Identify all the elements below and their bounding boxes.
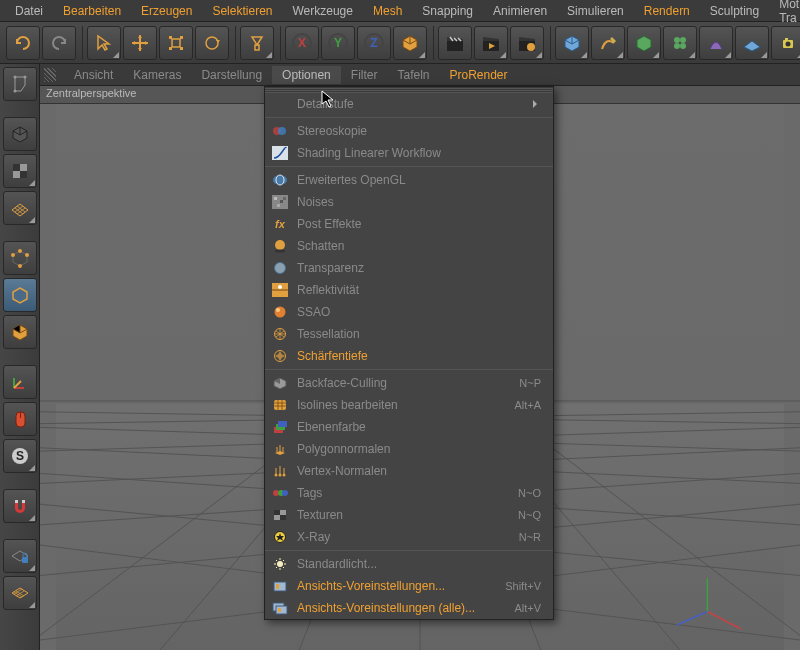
menu-xray[interactable]: X-Ray N~R: [265, 526, 553, 548]
menu-isolines[interactable]: Isolines bearbeiten Alt+A: [265, 394, 553, 416]
select-tool[interactable]: [87, 26, 121, 60]
menu-tessellation[interactable]: Tessellation: [265, 323, 553, 345]
workplane-mode-button[interactable]: [3, 191, 37, 225]
workplane-orange-icon: [9, 582, 31, 604]
menu-texturen[interactable]: Texturen N~Q: [265, 504, 553, 526]
menu-rendern[interactable]: Rendern: [635, 2, 699, 20]
view-menu-ansicht[interactable]: Ansicht: [64, 66, 123, 84]
menu-detailstufe[interactable]: Detailstufe: [265, 93, 553, 115]
points-icon: [9, 247, 31, 269]
svg-point-25: [24, 76, 27, 79]
redo-icon: [48, 32, 70, 54]
polygon-mode-button[interactable]: [3, 315, 37, 349]
menu-selektieren[interactable]: Selektieren: [203, 2, 281, 20]
axis-y-lock[interactable]: Y: [321, 26, 355, 60]
menu-transparenz[interactable]: Transparenz: [265, 257, 553, 279]
svg-rect-2: [180, 36, 183, 39]
axis-mode-button[interactable]: [3, 365, 37, 399]
generator-button[interactable]: [627, 26, 661, 60]
spline-button[interactable]: [591, 26, 625, 60]
menu-ansichts-voreinstellungen-alle[interactable]: Ansichts-Voreinstellungen (alle)... Alt+…: [265, 597, 553, 619]
menu-schaerfentiefe[interactable]: Schärfentiefe: [265, 345, 553, 367]
axis-x-lock[interactable]: X: [285, 26, 319, 60]
menu-ebenenfarbe[interactable]: Ebenenfarbe: [265, 416, 553, 438]
menu-werkzeuge[interactable]: Werkzeuge: [283, 2, 361, 20]
menu-ssao[interactable]: SSAO: [265, 301, 553, 323]
axis-gizmo-icon: [9, 371, 31, 393]
menu-sculpting[interactable]: Sculpting: [701, 2, 768, 20]
viewport-solo-button[interactable]: S: [3, 439, 37, 473]
view-menu-optionen[interactable]: Optionen: [272, 66, 341, 84]
last-tool[interactable]: [240, 26, 274, 60]
edge-mode-button[interactable]: [3, 278, 37, 312]
deformers2-button[interactable]: [699, 26, 733, 60]
view-menu-kameras[interactable]: Kameras: [123, 66, 191, 84]
texture-mode-button[interactable]: [3, 154, 37, 188]
tessellation-icon: [271, 326, 289, 342]
shortcut-label: N~P: [519, 377, 541, 389]
locked-workplane-button[interactable]: [3, 576, 37, 610]
point-mode-button[interactable]: [3, 241, 37, 275]
axis-z-lock[interactable]: Z: [357, 26, 391, 60]
menu-datei[interactable]: Datei: [6, 2, 52, 20]
menu-motion-tracker[interactable]: Motion Tra: [770, 0, 800, 27]
snap-button[interactable]: [3, 489, 37, 523]
menu-noises[interactable]: Noises: [265, 191, 553, 213]
menu-tags[interactable]: Tags N~O: [265, 482, 553, 504]
ssao-sphere-icon: [271, 304, 289, 320]
environment-button[interactable]: [735, 26, 769, 60]
svg-rect-117: [276, 606, 287, 614]
menu-stereoskopie[interactable]: Stereoskopie: [265, 120, 553, 142]
nurbs-icon: [633, 32, 655, 54]
menu-schatten[interactable]: Schatten: [265, 235, 553, 257]
menu-backface-culling[interactable]: Backface-Culling N~P: [265, 372, 553, 394]
menu-reflektivitaet[interactable]: Reflektivität: [265, 279, 553, 301]
render-view-button[interactable]: [438, 26, 472, 60]
deformer-button[interactable]: [663, 26, 697, 60]
menu-simulieren[interactable]: Simulieren: [558, 2, 633, 20]
menu-vertex-normalen[interactable]: Vertex-Normalen: [265, 460, 553, 482]
rotate-tool[interactable]: [195, 26, 229, 60]
view-menu-tafeln[interactable]: Tafeln: [387, 66, 439, 84]
redo-button[interactable]: [42, 26, 76, 60]
view-menu-prorender[interactable]: ProRender: [440, 66, 518, 84]
view-menu-darstellung[interactable]: Darstellung: [191, 66, 272, 84]
svg-point-24: [14, 76, 17, 79]
svg-line-110: [276, 560, 277, 561]
render-pv-button[interactable]: [474, 26, 508, 60]
optionen-dropdown: Detailstufe Stereoskopie Shading Lineare…: [264, 86, 554, 620]
svg-rect-13: [447, 41, 463, 51]
menu-bearbeiten[interactable]: Bearbeiten: [54, 2, 130, 20]
main-menubar: Datei Bearbeiten Erzeugen Selektieren We…: [0, 0, 800, 22]
menu-erzeugen[interactable]: Erzeugen: [132, 2, 201, 20]
scale-tool[interactable]: [159, 26, 193, 60]
primitive-button[interactable]: [555, 26, 589, 60]
menu-snapping[interactable]: Snapping: [413, 2, 482, 20]
tweak-mode-button[interactable]: [3, 402, 37, 436]
grip-icon[interactable]: [44, 68, 56, 82]
undo-button[interactable]: [6, 26, 40, 60]
svg-point-105: [277, 561, 283, 567]
move-icon: [129, 32, 151, 54]
workplane-snap-button[interactable]: [3, 539, 37, 573]
menu-shading-linear-workflow[interactable]: Shading Linearer Workflow: [265, 142, 553, 164]
model-mode-button[interactable]: [3, 117, 37, 151]
menu-mesh[interactable]: Mesh: [364, 2, 411, 20]
camera-button[interactable]: [771, 26, 800, 60]
move-tool[interactable]: [123, 26, 157, 60]
cube-axis-icon: [399, 32, 421, 54]
menu-ansichts-voreinstellungen[interactable]: Ansichts-Voreinstellungen... Shift+V: [265, 575, 553, 597]
menu-post-effekte[interactable]: fx Post Effekte: [265, 213, 553, 235]
view-menu-filter[interactable]: Filter: [341, 66, 388, 84]
viewport-menubar: Ansicht Kameras Darstellung Optionen Fil…: [40, 64, 800, 86]
svg-point-18: [680, 37, 686, 43]
menu-animieren[interactable]: Animieren: [484, 2, 556, 20]
menu-standardlicht[interactable]: Standardlicht...: [265, 553, 553, 575]
menu-erweitertes-opengl[interactable]: Erweitertes OpenGL: [265, 169, 553, 191]
coord-system-button[interactable]: [393, 26, 427, 60]
render-settings-button[interactable]: [510, 26, 544, 60]
make-editable-button[interactable]: [3, 67, 37, 101]
menu-polygonnormalen[interactable]: Polygonnormalen: [265, 438, 553, 460]
scale-icon: [165, 32, 187, 54]
svg-point-26: [14, 90, 17, 93]
